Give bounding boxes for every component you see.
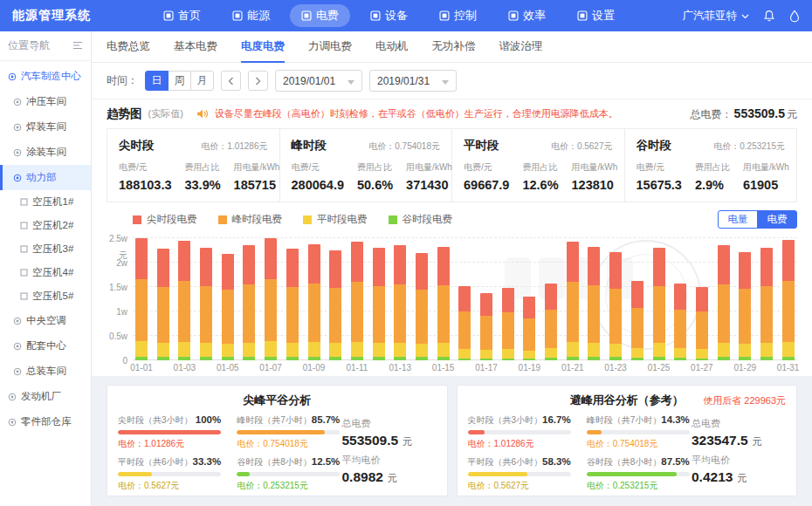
sidebar-item-welding-shop[interactable]: 焊装车间 bbox=[0, 114, 91, 140]
equipment-icon bbox=[20, 198, 28, 206]
bar-01-19 bbox=[523, 297, 535, 360]
y-axis: 00.5w1w1.5w2w2.5w元 bbox=[107, 238, 133, 360]
tab-reactive-compensation[interactable]: 无功补偿 bbox=[432, 31, 476, 63]
prev-period-button[interactable] bbox=[221, 71, 241, 91]
nav-item-home[interactable]: 首页 bbox=[152, 4, 212, 27]
bell-icon[interactable] bbox=[763, 10, 775, 23]
bar-01-07 bbox=[265, 238, 277, 360]
y-axis-unit: 元 bbox=[119, 250, 127, 262]
panel-title: 避峰用谷分析（参考） bbox=[570, 393, 684, 408]
sidebar-item-engine-plant[interactable]: 发动机厂 bbox=[0, 384, 91, 409]
bar-01-21 bbox=[567, 242, 579, 360]
metric-ratio: 费用占比33.9% bbox=[184, 161, 220, 192]
row-percent: 85.7% bbox=[312, 414, 341, 425]
sidebar-item-air-compressor-5[interactable]: 空压机5# bbox=[0, 284, 91, 308]
segment-sharp bbox=[653, 248, 665, 286]
tab-power-factor-fee[interactable]: 力调电费 bbox=[308, 31, 352, 63]
segment-flat bbox=[760, 343, 773, 357]
segment-flat bbox=[458, 349, 471, 359]
sidebar-item-stamping-shop[interactable]: 冲压车间 bbox=[0, 89, 91, 114]
x-tick-01-14 bbox=[416, 360, 428, 373]
top-nav: 首页能源电费设备控制效率设置 bbox=[152, 4, 683, 27]
nav-item-energy[interactable]: 能源 bbox=[221, 4, 281, 27]
sidebar-item-central-ac[interactable]: 中央空调 bbox=[0, 308, 91, 333]
period-name: 谷时段 bbox=[637, 138, 672, 154]
y-tick-label: 1w bbox=[116, 307, 127, 317]
toggle-fee-button[interactable]: 电费 bbox=[757, 210, 797, 229]
segment-peak bbox=[373, 286, 385, 343]
sidebar-item-final-assembly-shop[interactable]: 总装车间 bbox=[0, 359, 91, 384]
x-tick-01-30 bbox=[760, 360, 773, 373]
nav-item-label: 能源 bbox=[247, 8, 270, 24]
x-tick-01-13: 01-13 bbox=[394, 360, 406, 373]
nav-item-settings[interactable]: 设置 bbox=[566, 4, 626, 27]
sidebar-item-air-compressor-2[interactable]: 空压机2# bbox=[0, 214, 91, 237]
mode-week-button[interactable]: 周 bbox=[168, 71, 191, 91]
collapse-sidebar-icon[interactable] bbox=[72, 40, 83, 52]
nav-item-efficiency[interactable]: 效率 bbox=[497, 4, 557, 27]
start-date-select[interactable]: 2019/01/01 bbox=[275, 70, 362, 92]
nav-item-control[interactable]: 控制 bbox=[428, 4, 488, 27]
legend-label: 平时段电费 bbox=[317, 213, 368, 226]
segment-flat bbox=[373, 343, 385, 357]
metric-value: 50.6% bbox=[357, 178, 393, 192]
progress-fill bbox=[118, 472, 152, 476]
metric-value: 280064.9 bbox=[292, 178, 344, 192]
sidebar-item-air-compressor-3[interactable]: 空压机3# bbox=[0, 237, 91, 261]
sidebar-item-parts-warehouse[interactable]: 零件部仓库 bbox=[0, 409, 91, 434]
end-date-select[interactable]: 2019/01/31 bbox=[369, 70, 457, 92]
water-drop-icon[interactable] bbox=[789, 10, 800, 23]
segment-peak bbox=[502, 312, 514, 349]
sidebar-item-air-compressor-4[interactable]: 空压机4# bbox=[0, 261, 91, 284]
total-fee: 总电费：553509.5元 bbox=[691, 106, 797, 122]
segment-sharp bbox=[545, 284, 557, 310]
row-percent: 12.5% bbox=[312, 456, 341, 467]
mode-month-button[interactable]: 月 bbox=[190, 71, 214, 91]
tab-harmonic-control[interactable]: 谐波治理 bbox=[499, 31, 543, 63]
segment-sharp bbox=[243, 245, 255, 284]
progress-fill bbox=[118, 430, 221, 434]
sidebar-item-support-center[interactable]: 配套中心 bbox=[0, 333, 91, 359]
segment-sharp bbox=[480, 293, 492, 316]
metric-ratio: 费用占比2.9% bbox=[695, 161, 730, 192]
tab-basic-fee[interactable]: 基本电费 bbox=[174, 31, 217, 63]
segment-sharp bbox=[739, 252, 751, 289]
mode-day-button[interactable]: 日 bbox=[145, 71, 169, 91]
stat-total-fee: 总电费323547.5 元 bbox=[692, 417, 786, 448]
equipment-icon bbox=[20, 222, 28, 229]
nav-item-devices[interactable]: 设备 bbox=[359, 4, 419, 27]
settings-icon bbox=[577, 10, 588, 21]
sidebar-item-auto-manufacturing-center[interactable]: 汽车制造中心 bbox=[0, 64, 91, 89]
progress-track bbox=[468, 472, 571, 476]
metric-value: 61905 bbox=[743, 178, 789, 192]
bar-01-12 bbox=[373, 248, 385, 360]
bar-01-15 bbox=[437, 247, 450, 360]
nav-item-electricity-fee[interactable]: 电费 bbox=[290, 4, 350, 27]
stat-unit: 元 bbox=[385, 473, 397, 483]
metric-value: 371430 bbox=[406, 178, 452, 192]
tab-fee-overview[interactable]: 电费总览 bbox=[107, 31, 150, 63]
segment-sharp bbox=[588, 247, 600, 285]
chevron-down-icon bbox=[442, 75, 449, 87]
toggle-energy-button[interactable]: 电量 bbox=[718, 210, 758, 229]
x-tick-01-17: 01-17 bbox=[480, 360, 492, 373]
tab-motor[interactable]: 电动机 bbox=[375, 31, 409, 63]
sidebar-item-painting-shop[interactable]: 涂装车间 bbox=[0, 140, 91, 165]
tab-energy-fee[interactable]: 电度电费 bbox=[241, 31, 285, 63]
location-icon bbox=[8, 393, 17, 401]
x-tick-01-21: 01-21 bbox=[567, 360, 579, 373]
sidebar-item-air-compressor-1[interactable]: 空压机1# bbox=[0, 190, 91, 214]
plot-area bbox=[133, 238, 797, 360]
x-tick-01-15: 01-15 bbox=[437, 360, 450, 373]
progress-track bbox=[118, 430, 221, 434]
segment-flat bbox=[265, 341, 277, 357]
control-icon bbox=[439, 10, 450, 21]
segment-flat bbox=[523, 351, 535, 359]
row-label: 尖时段（共3小时） bbox=[118, 414, 193, 427]
sidebar-item-power-department[interactable]: 动力部 bbox=[0, 165, 91, 190]
row-label: 峰时段（共7小时） bbox=[237, 414, 312, 427]
location-icon bbox=[13, 317, 22, 325]
tenant-selector[interactable]: 广汽菲亚特 bbox=[683, 9, 750, 24]
next-period-button[interactable] bbox=[248, 71, 268, 91]
x-tick-01-20 bbox=[545, 360, 557, 373]
